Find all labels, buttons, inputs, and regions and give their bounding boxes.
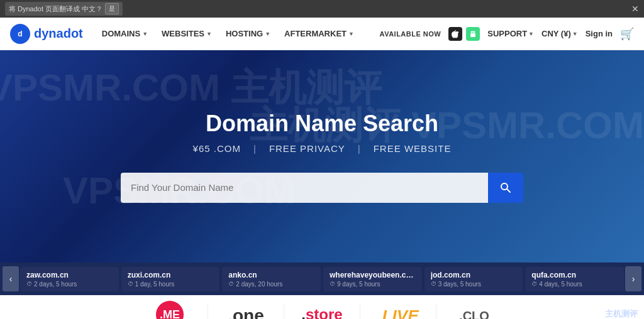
carousel-prev-button[interactable]: ‹ [3,266,19,291]
browser-bar: 将 Dynadot 页面翻译成 中文？ 是 ✕ [0,0,644,18]
tld-me-logo: .ME [156,301,184,319]
domain-name: zuxi.com.cn [128,271,214,279]
privacy-label: FREE PRIVACY [269,143,345,154]
domain-time: ⏱ 2 days, 20 hours [228,281,314,288]
translate-button[interactable]: 是 [105,3,119,14]
available-now-label: AVAILABLE NOW [380,30,441,38]
search-bar [121,173,523,203]
nav-aftermarket[interactable]: AFTERMARKET ▼ [278,25,360,42]
tld-strip: .ME Only ¥42 .one Only ¥13 .store Only ¥… [0,295,644,319]
svg-rect-2 [470,33,475,37]
domain-name: qufa.com.cn [531,271,618,279]
translate-prompt: 将 Dynadot 页面翻译成 中文？ 是 [5,2,123,16]
search-button[interactable] [488,173,523,203]
svg-point-4 [474,31,475,33]
nav-hosting[interactable]: HOSTING ▼ [219,25,277,42]
tld-item-one[interactable]: .one Only ¥13 [208,301,284,319]
domain-time: ⏱ 9 days, 5 hours [330,281,416,288]
chevron-down-icon: ▼ [142,31,148,37]
domain-time: ⏱ 4 days, 5 hours [531,281,618,288]
watermark-1: VPSMR.COM 主机测评 [0,63,382,114]
domain-time: ⏱ 2 days, 5 hours [26,281,113,288]
navbar: d dynadot DOMAINS ▼ WEBSITES ▼ HOSTING ▼… [0,18,644,50]
chevron-down-icon: ▼ [528,31,534,37]
apple-icon[interactable] [448,27,462,41]
hero-title: Domain Name Search [206,111,438,137]
clock-icon: ⏱ [26,281,32,287]
clock-icon: ⏱ [431,281,436,287]
domain-name: jod.com.cn [431,271,517,279]
tld-item-me[interactable]: .ME Only ¥42 [132,296,208,319]
tld-item-clo[interactable]: .CLO Only [436,304,512,320]
domain-card[interactable]: zaw.com.cn ⏱ 2 days, 5 hours [20,267,119,291]
domain-card[interactable]: jod.com.cn ⏱ 3 days, 5 hours [425,267,523,291]
translate-text: 将 Dynadot 页面翻译成 中文？ [9,4,103,14]
carousel-next-button[interactable]: › [625,266,641,291]
domain-name: zaw.com.cn [26,271,113,279]
logo[interactable]: d dynadot [10,24,83,44]
domain-card[interactable]: zuxi.com.cn ⏱ 1 day, 5 hours [121,267,220,291]
domain-name: wherehaveyoubeen.com [330,271,416,279]
nav-support[interactable]: SUPPORT ▼ [487,29,534,38]
tld-store-logo: .store [301,306,342,319]
chevron-down-icon: ▼ [572,31,578,37]
nav-currency[interactable]: CNY (¥) ▼ [541,29,578,38]
clock-icon: ⏱ [228,281,234,287]
tld-item-store[interactable]: .store Only ¥14 [284,301,360,319]
android-icon[interactable] [466,27,480,41]
logo-text: dynadot [34,26,83,41]
tld-strip-wrapper: .ME Only ¥42 .one Only ¥13 .store Only ¥… [0,295,644,319]
chevron-down-icon: ▼ [348,31,354,37]
clock-icon: ⏱ [330,281,335,287]
clock-icon: ⏱ [128,281,133,287]
cart-icon[interactable]: 🛒 [620,27,634,41]
domain-card[interactable]: anko.cn ⏱ 2 days, 20 hours [222,267,321,291]
price-label: ¥65 .COM [193,143,241,154]
tld-clo-logo: .CLO [459,309,489,320]
clock-icon: ⏱ [531,281,537,287]
tld-one-logo: .one [228,306,264,319]
svg-text:d: d [18,30,22,38]
domain-time: ⏱ 1 day, 5 hours [128,281,214,288]
hero-subtitle: ¥65 .COM | FREE PRIVACY | FREE WEBSITE [193,143,452,154]
nav-websites[interactable]: WEBSITES ▼ [155,25,218,42]
hero-section: VPSMR.COM 主机测评 主机测评 VPSMR.COM VPSMR.COM … [0,50,644,262]
nav-signin[interactable]: Sign in [586,29,613,38]
close-icon[interactable]: ✕ [631,4,639,14]
nav-menu: DOMAINS ▼ WEBSITES ▼ HOSTING ▼ AFTERMARK… [96,25,380,42]
domain-time: ⏱ 3 days, 5 hours [431,281,517,288]
tld-item-live[interactable]: .LIVE Only ¥19 [360,301,436,320]
domain-cards-section: ‹ zaw.com.cn ⏱ 2 days, 5 hours zuxi.com.… [0,262,644,295]
logo-icon: d [10,24,30,44]
app-icons [448,27,480,41]
svg-line-7 [507,189,510,192]
nav-domains[interactable]: DOMAINS ▼ [96,25,154,42]
website-label: FREE WEBSITE [374,143,452,154]
domain-card[interactable]: wherehaveyoubeen.com ⏱ 9 days, 5 hours [323,267,422,291]
chevron-down-icon: ▼ [265,31,270,37]
domain-card[interactable]: qufa.com.cn ⏱ 4 days, 5 hours [525,267,624,291]
domain-name: anko.cn [228,271,314,279]
chevron-down-icon: ▼ [206,31,212,37]
svg-point-3 [471,31,473,33]
domain-cards-container: zaw.com.cn ⏱ 2 days, 5 hours zuxi.com.cn… [20,267,624,291]
tld-live-logo: .LIVE [377,306,418,320]
search-input[interactable] [121,173,488,203]
nav-right: AVAILABLE NOW SUPPORT ▼ CNY (¥) [380,27,635,41]
